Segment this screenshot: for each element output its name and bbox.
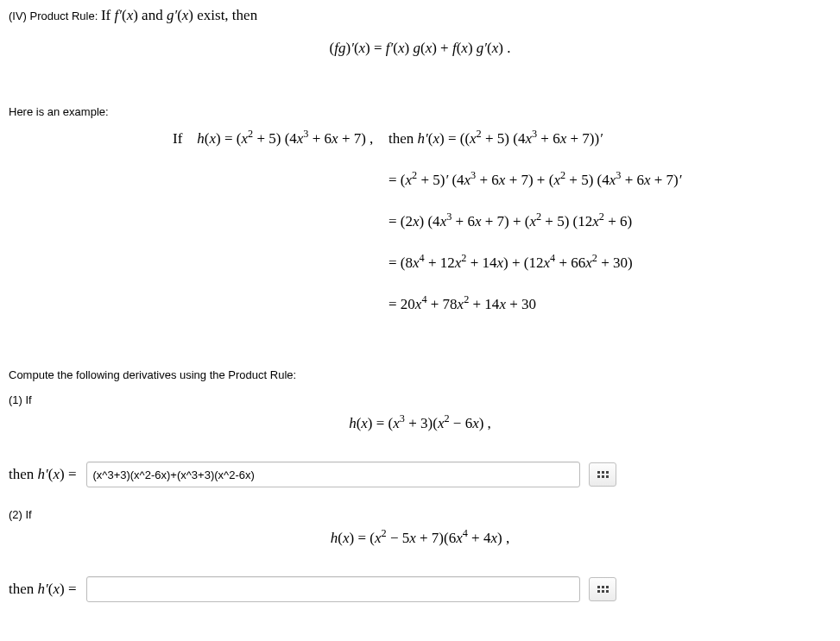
keypad-icon [597,586,609,593]
q2-answer-input[interactable] [86,576,580,602]
rule-formula: (fg)′(x) = f′(x) g(x) + f(x) g′(x) . [9,40,831,57]
q1-answer-input[interactable] [86,462,580,487]
example-hx-def: h(x) = (x2 + 5) (4x3 + 6x + 7) , [197,130,373,147]
q1-answer-row: then h′(x) = [9,462,831,487]
rule-heading: (IV) Product Rule: If f′(x) and g′(x) ex… [9,7,831,24]
q1-answer-label: then h′(x) = [9,466,76,483]
example-step4: = (8x4 + 12x2 + 14x) + (12x4 + 66x2 + 30… [9,255,831,272]
q2-answer-row: then h′(x) = [9,576,831,602]
q1-equation: h(x) = (x3 + 3)(x2 − 6x) , [9,415,831,432]
example-if: If h(x) = (x2 + 5) (4x3 + 6x + 7) , [173,130,388,148]
keypad-icon [597,471,609,478]
example-then: then h′(x) = ((x2 + 5) (4x3 + 6x + 7))′ [388,130,831,148]
q2-keypad-button[interactable] [589,577,616,601]
compute-prompt: Compute the following derivatives using … [9,368,831,381]
q1-keypad-button[interactable] [589,462,616,487]
if-label: If [173,130,182,147]
q2-answer-label: then h′(x) = [9,581,76,598]
q1-label: (1) If [9,393,831,406]
example-intro: Here is an example: [9,105,831,118]
example-block: If h(x) = (x2 + 5) (4x3 + 6x + 7) , then… [9,130,831,313]
example-step3: = (2x) (4x3 + 6x + 7) + (x2 + 5) (12x2 +… [9,213,831,230]
example-step2: = (x2 + 5)′ (4x3 + 6x + 7) + (x2 + 5) (4… [9,172,831,189]
q2-label: (2) If [9,508,831,521]
example-step5: = 20x4 + 78x2 + 14x + 30 [9,296,831,313]
q2-equation: h(x) = (x2 − 5x + 7)(6x4 + 4x) , [9,530,831,547]
rule-number: (IV) Product Rule: [9,9,101,22]
rule-condition: If f′(x) and g′(x) exist, then [101,7,257,23]
